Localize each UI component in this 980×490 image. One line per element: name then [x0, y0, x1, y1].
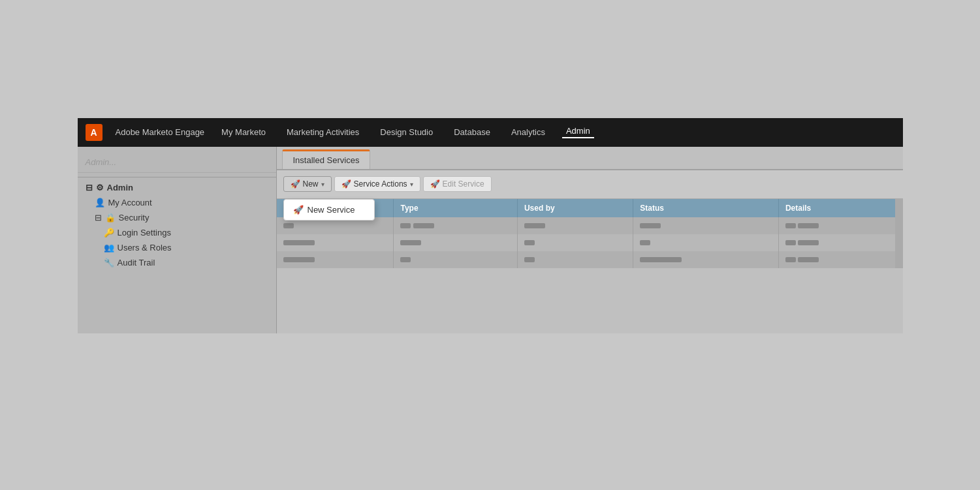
edit-service-icon: 🚀	[430, 179, 440, 189]
service-actions-icon: 🚀	[341, 179, 351, 189]
new-icon: 🚀	[291, 179, 300, 189]
content-pane: Installed Services 🚀 New ▾ 🚀 Service Act…	[277, 147, 903, 333]
col-details: Details	[778, 199, 902, 217]
nav-item-marketing[interactable]: Marketing Activities	[283, 127, 363, 137]
sidebar-item-loginsettings[interactable]: 🔑 Login Settings	[78, 225, 276, 240]
cell-name-3	[277, 251, 394, 268]
redacted-block	[524, 257, 535, 262]
cell-details-1	[778, 217, 902, 234]
redacted-block	[640, 223, 661, 228]
main-area: Admin... ⊟ ⚙ Admin 👤 My Account ⊟ 🔒 Secu…	[78, 147, 903, 333]
sidebar-item-myaccount-label: My Account	[108, 198, 152, 207]
sidebar-search: Admin...	[78, 152, 276, 173]
app-logo: A	[86, 124, 103, 141]
sidebar-item-usersroles[interactable]: 👥 Users & Roles	[78, 240, 276, 255]
collapse-icon: ⊟	[86, 183, 93, 192]
top-nav: A Adobe Marketo Engage My Marketo Market…	[78, 118, 903, 147]
cell-details-2	[778, 234, 902, 251]
new-button[interactable]: 🚀 New ▾	[283, 176, 332, 192]
redacted-block	[400, 240, 421, 245]
cell-usedby-3	[517, 251, 633, 268]
sidebar-item-admin-label: Admin	[107, 183, 133, 192]
nav-item-mymarketo[interactable]: My Marketo	[217, 127, 270, 137]
redacted-block	[785, 257, 796, 262]
cell-status-2	[633, 234, 779, 251]
redacted-block	[640, 257, 682, 262]
service-actions-arrow: ▾	[410, 181, 413, 188]
redacted-block	[413, 223, 434, 228]
col-usedby: Used by	[517, 199, 633, 217]
tab-bar: Installed Services	[277, 147, 903, 170]
new-service-label: New Service	[308, 205, 355, 215]
sidebar-item-myaccount[interactable]: 👤 My Account	[78, 195, 276, 210]
scrollbar[interactable]	[895, 199, 903, 268]
dropdown-menu: 🚀 New Service	[283, 199, 375, 221]
redacted-block	[283, 223, 294, 228]
app-name: Adobe Marketo Engage	[116, 127, 205, 137]
redacted-block	[798, 223, 819, 228]
redacted-block	[798, 240, 819, 245]
new-dropdown-arrow: ▾	[321, 181, 324, 188]
cell-usedby-2	[517, 234, 633, 251]
sidebar-item-security[interactable]: ⊟ 🔒 Security	[78, 210, 276, 225]
redacted-block	[785, 240, 796, 245]
col-type: Type	[394, 199, 518, 217]
nav-item-database[interactable]: Database	[450, 127, 494, 137]
app-window: A Adobe Marketo Engage My Marketo Market…	[78, 118, 903, 333]
sidebar-item-security-label: Security	[119, 213, 150, 222]
toolbar: 🚀 New ▾ 🚀 Service Actions ▾ 🚀 Edit Servi…	[277, 170, 903, 199]
edit-service-label: Edit Service	[443, 179, 484, 189]
cell-name-2	[277, 234, 394, 251]
redacted-block	[524, 223, 545, 228]
gear-icon: ⚙	[96, 183, 104, 192]
new-service-icon: 🚀	[293, 205, 304, 215]
redacted-block	[798, 257, 819, 262]
cell-status-3	[633, 251, 779, 268]
sidebar-item-audittrail[interactable]: 🔧 Audit Trail	[78, 255, 276, 270]
audit-icon: 🔧	[104, 258, 114, 268]
key-icon: 🔑	[104, 228, 114, 237]
cell-type-2	[394, 234, 518, 251]
user-icon: 👤	[95, 198, 105, 207]
col-status: Status	[633, 199, 779, 217]
sidebar: Admin... ⊟ ⚙ Admin 👤 My Account ⊟ 🔒 Secu…	[78, 147, 277, 333]
sidebar-item-audittrail-label: Audit Trail	[118, 258, 155, 268]
users-icon: 👥	[104, 243, 114, 253]
sidebar-item-usersroles-label: Users & Roles	[118, 243, 172, 253]
service-actions-label: Service Actions	[354, 179, 407, 189]
nav-item-admin[interactable]: Admin	[562, 126, 594, 138]
dropdown-item-new-service[interactable]: 🚀 New Service	[284, 200, 374, 220]
redacted-block	[283, 257, 315, 262]
cell-status-1	[633, 217, 779, 234]
redacted-block	[524, 240, 535, 245]
collapse-icon-security: ⊟	[95, 213, 102, 222]
cell-type-3	[394, 251, 518, 268]
table-row[interactable]	[277, 234, 903, 251]
lock-icon: 🔒	[105, 213, 116, 222]
edit-service-button[interactable]: 🚀 Edit Service	[423, 176, 492, 192]
redacted-block	[640, 240, 650, 245]
cell-usedby-1	[517, 217, 633, 234]
nav-item-analytics[interactable]: Analytics	[507, 127, 549, 137]
redacted-block	[400, 257, 411, 262]
nav-item-design[interactable]: Design Studio	[376, 127, 437, 137]
table-row[interactable]	[277, 251, 903, 268]
cell-details-3	[778, 251, 902, 268]
sidebar-item-loginsettings-label: Login Settings	[118, 228, 171, 237]
sidebar-item-admin[interactable]: ⊟ ⚙ Admin	[78, 180, 276, 195]
redacted-block	[785, 223, 796, 228]
cell-type-1	[394, 217, 518, 234]
service-actions-button[interactable]: 🚀 Service Actions ▾	[334, 176, 420, 192]
tab-installed-services[interactable]: Installed Services	[282, 149, 371, 169]
redacted-block	[400, 223, 411, 228]
sidebar-divider	[78, 177, 276, 177]
redacted-block	[283, 240, 315, 245]
new-label: New	[303, 179, 319, 189]
